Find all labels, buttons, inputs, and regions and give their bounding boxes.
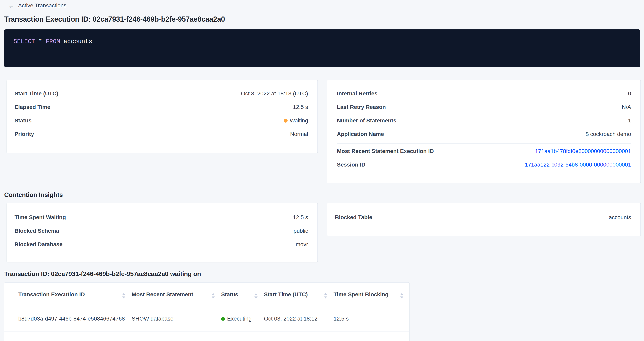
contention-card-right: Blocked Table accounts xyxy=(327,203,640,236)
info-label: Start Time (UTC) xyxy=(14,90,58,97)
info-label: Internal Retries xyxy=(337,90,378,97)
page-title: Transaction Execution ID: 02ca7931-f246-… xyxy=(4,15,640,23)
waiting-on-heading: Transaction ID: 02ca7931-f246-469b-b2fe-… xyxy=(4,270,640,278)
info-row-number-of-statements: Number of Statements 1 xyxy=(337,114,631,127)
info-label: Session ID xyxy=(337,162,365,168)
info-value: movr xyxy=(296,241,308,248)
info-value: accounts xyxy=(609,214,631,221)
info-row-statement-execution-id: Most Recent Statement Execution ID 171aa… xyxy=(337,144,631,158)
info-row-elapsed-time: Elapsed Time 12.5 s xyxy=(14,100,308,114)
status-value: Waiting xyxy=(284,117,308,124)
sort-icon[interactable] xyxy=(254,293,258,299)
info-label: Blocked Database xyxy=(14,241,62,248)
info-row-internal-retries: Internal Retries 0 xyxy=(337,87,631,100)
info-label: Blocked Table xyxy=(335,214,372,221)
column-label: Time Spent Blocking xyxy=(334,291,388,300)
info-label: Elapsed Time xyxy=(14,104,50,110)
cell-most-recent-statement: SHOW database xyxy=(132,306,221,332)
status-waiting-dot xyxy=(284,119,288,123)
status-text: Waiting xyxy=(290,117,308,124)
sort-icon[interactable] xyxy=(212,293,215,299)
column-label: Transaction Execution ID xyxy=(18,291,85,300)
table-row: b8d7d03a-d497-446b-8474-e50846674768 SHO… xyxy=(4,306,410,332)
info-value: Oct 3, 2022 at 18:13 (UTC) xyxy=(241,90,308,97)
sql-text: accounts xyxy=(60,38,92,45)
sql-statement-box: SELECT * FROM accounts xyxy=(4,29,640,67)
info-row-blocked-schema: Blocked Schema public xyxy=(14,224,308,238)
contention-insights-heading: Contention Insights xyxy=(4,191,640,199)
info-label: Time Spent Waiting xyxy=(14,214,66,221)
info-label: Most Recent Statement Execution ID xyxy=(337,148,434,154)
info-value: Normal xyxy=(290,131,308,137)
info-label: Priority xyxy=(14,131,34,137)
sql-keyword: SELECT xyxy=(14,38,35,45)
info-value: N/A xyxy=(622,104,631,110)
info-value: 0 xyxy=(628,90,631,97)
card-divider xyxy=(337,143,631,144)
sql-keyword: FROM xyxy=(46,38,60,45)
sort-icon[interactable] xyxy=(400,293,403,299)
sort-icon[interactable] xyxy=(122,293,125,299)
summary-card-left: Start Time (UTC) Oct 3, 2022 at 18:13 (U… xyxy=(6,80,318,153)
cell-time-spent-blocking: 12.5 s xyxy=(334,306,410,332)
info-row-session-id: Session ID 171aa122-c092-54b8-0000-00000… xyxy=(337,158,631,171)
info-label: Last Retry Reason xyxy=(337,104,386,110)
statement-execution-id-link[interactable]: 171aa1b478fdf0e80000000000000001 xyxy=(535,148,631,154)
info-row-start-time: Start Time (UTC) Oct 3, 2022 at 18:13 (U… xyxy=(14,87,308,100)
info-row-blocked-database: Blocked Database movr xyxy=(14,238,308,251)
transaction-details-page: ← Active Transactions Transaction Execut… xyxy=(0,0,644,341)
info-row-status: Status Waiting xyxy=(14,114,308,127)
info-value: 1 xyxy=(628,117,631,124)
info-label: Status xyxy=(14,117,32,124)
info-value: public xyxy=(294,228,308,234)
info-row-last-retry-reason: Last Retry Reason N/A xyxy=(337,100,631,114)
sql-statement: SELECT * FROM accounts xyxy=(14,38,92,45)
info-row-application-name: Application Name $ cockroach demo xyxy=(337,127,631,141)
cell-transaction-execution-id: b8d7d03a-d497-446b-8474-e50846674768 xyxy=(4,306,132,332)
column-header-time-spent-blocking[interactable]: Time Spent Blocking xyxy=(334,283,410,306)
cell-status: Executing xyxy=(221,306,264,332)
column-header-most-recent-statement[interactable]: Most Recent Statement xyxy=(132,283,221,306)
column-label: Most Recent Statement xyxy=(132,291,193,300)
breadcrumb-label: Active Transactions xyxy=(18,2,66,9)
session-id-link[interactable]: 171aa122-c092-54b8-0000-000000000001 xyxy=(525,162,631,168)
column-header-status[interactable]: Status xyxy=(221,283,264,306)
info-label: Blocked Schema xyxy=(14,228,59,234)
summary-card-right: Internal Retries 0 Last Retry Reason N/A… xyxy=(327,80,640,183)
info-label: Application Name xyxy=(337,131,384,137)
column-label: Status xyxy=(221,291,238,300)
status-executing-dot xyxy=(221,317,225,321)
cell-start-time: Oct 03, 2022 at 18:12 xyxy=(264,306,334,332)
breadcrumb-active-transactions[interactable]: ← Active Transactions xyxy=(8,2,66,9)
info-row-blocked-table: Blocked Table accounts xyxy=(335,211,631,224)
sort-icon[interactable] xyxy=(324,293,327,299)
waiting-on-table: Transaction Execution ID Most Recent Sta… xyxy=(4,283,410,332)
sql-text: * xyxy=(35,38,46,45)
contention-card-left: Time Spent Waiting 12.5 s Blocked Schema… xyxy=(6,203,318,262)
column-label: Start Time (UTC) xyxy=(264,291,308,300)
table-header-row: Transaction Execution ID Most Recent Sta… xyxy=(4,283,410,306)
info-value: $ cockroach demo xyxy=(586,131,631,137)
waiting-on-table-card: Transaction Execution ID Most Recent Sta… xyxy=(4,282,410,341)
back-arrow-icon: ← xyxy=(8,2,14,9)
info-label: Number of Statements xyxy=(337,117,396,124)
info-row-priority: Priority Normal xyxy=(14,127,308,141)
info-value: 12.5 s xyxy=(293,214,308,221)
column-header-transaction-execution-id[interactable]: Transaction Execution ID xyxy=(4,283,132,306)
column-header-start-time[interactable]: Start Time (UTC) xyxy=(264,283,334,306)
info-value: 12.5 s xyxy=(293,104,308,110)
info-row-time-spent-waiting: Time Spent Waiting 12.5 s xyxy=(14,211,308,224)
status-text: Executing xyxy=(227,316,252,322)
